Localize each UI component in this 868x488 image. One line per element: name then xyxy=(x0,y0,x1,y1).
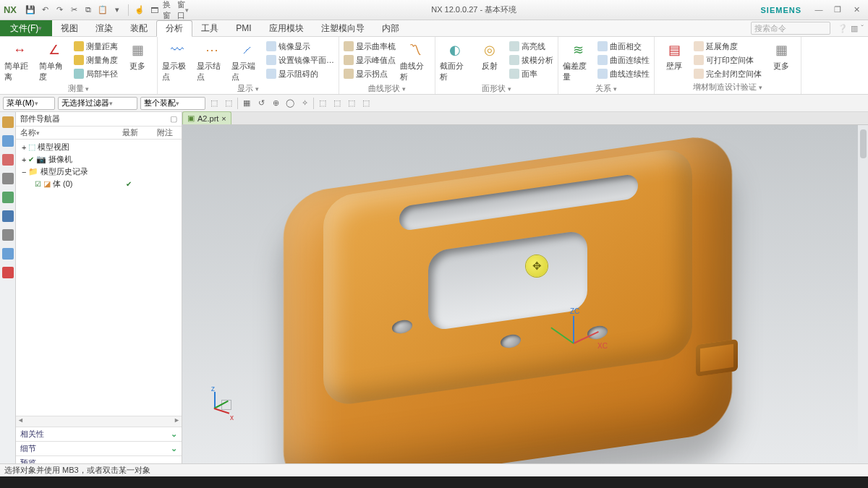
history-icon[interactable] xyxy=(2,229,14,241)
minimize-icon[interactable]: — xyxy=(810,5,827,14)
face-curvature-button[interactable]: 面率 xyxy=(509,67,553,80)
am-more-button[interactable]: ▦更多 xyxy=(766,38,796,81)
wall-thickness-button[interactable]: ▤壁厚 xyxy=(659,38,689,81)
navigator-tree[interactable]: +⬚模型视图 +✔📷摄像机 −📁模型历史记录 ☑◪体 (0)✔ xyxy=(16,140,182,416)
sel-tool-1[interactable]: ⬚ xyxy=(208,98,220,109)
cut-icon[interactable]: ✂ xyxy=(68,4,80,16)
tab-mold-wizard[interactable]: 注塑模向导 xyxy=(312,20,373,36)
sel-tool-7[interactable]: ✧ xyxy=(299,98,310,109)
qat-more-icon[interactable]: ▾ xyxy=(111,4,123,16)
reflection-button[interactable]: ◎反射 xyxy=(475,38,505,82)
group-label-curve-shape[interactable]: 曲线形状 xyxy=(344,82,430,95)
window-menu-button[interactable]: 窗口 xyxy=(177,4,189,16)
acc-details[interactable]: 细节⌄ xyxy=(16,441,182,455)
selection-scope-combo[interactable]: 整个装配 xyxy=(140,97,205,110)
measure-more-button[interactable]: ▦更多 xyxy=(122,38,153,82)
tab-pmi[interactable]: PMI xyxy=(227,20,260,36)
show-poles-button[interactable]: 〰显示极点 xyxy=(162,38,192,82)
document-tab[interactable]: ▣ A2.prt × xyxy=(182,111,231,124)
process-icon[interactable] xyxy=(2,248,14,260)
viewport-canvas[interactable]: ✥ ZC XC z x xyxy=(182,125,868,470)
ribbon-min-icon[interactable]: ˇ xyxy=(861,24,864,33)
overhang-angle-button[interactable]: 延展角度 xyxy=(694,40,762,53)
curve-analysis-button[interactable]: 〽曲线分析 xyxy=(400,38,430,82)
tutorial-icon[interactable]: ❔ xyxy=(838,24,848,33)
save-icon[interactable]: 💾 xyxy=(25,4,36,16)
sel-tool-2[interactable]: ⬚ xyxy=(223,98,234,109)
model-part[interactable]: ✥ ZC XC xyxy=(284,161,732,465)
copy-icon[interactable]: ⧉ xyxy=(82,4,94,16)
touch-icon[interactable]: ☝ xyxy=(134,4,145,16)
printable-volume-button[interactable]: 可打印空间体 xyxy=(694,53,762,67)
undo-icon[interactable]: ↶ xyxy=(39,4,51,16)
show-curvature-comb-button[interactable]: 显示曲率梳 xyxy=(344,40,396,53)
group-label-am-validate[interactable]: 增材制造设计验证 xyxy=(659,81,796,94)
tree-row-model-views[interactable]: +⬚模型视图 xyxy=(16,141,182,153)
show-endpoints-button[interactable]: ⟋显示端点 xyxy=(231,38,262,82)
tab-internal[interactable]: 内部 xyxy=(373,20,408,36)
tab-analysis[interactable]: 分析 xyxy=(156,20,192,37)
tree-row-history[interactable]: −📁模型历史记录 xyxy=(16,166,182,178)
roles-icon[interactable] xyxy=(2,267,14,278)
command-search[interactable]: 搜索命令 xyxy=(751,22,830,35)
scroll-thumb[interactable] xyxy=(860,129,867,158)
show-peak-points-button[interactable]: 显示峰值点 xyxy=(344,53,396,67)
web-browser-icon[interactable] xyxy=(2,210,14,222)
enclosed-volume-button[interactable]: 完全封闭空间体 xyxy=(694,67,762,80)
show-inflection-button[interactable]: 显示拐点 xyxy=(344,67,396,80)
show-obstructed-button[interactable]: 显示阻碍的 xyxy=(266,67,334,80)
group-label-face-shape[interactable]: 面形状 xyxy=(440,82,553,95)
surface-continuity-button[interactable]: 曲面连续性 xyxy=(597,53,650,67)
restore-icon[interactable]: ❐ xyxy=(829,5,846,14)
sel-tool-5[interactable]: ⊕ xyxy=(270,98,281,109)
show-knots-button[interactable]: ⋯显示结点 xyxy=(197,38,227,82)
tab-assembly[interactable]: 装配 xyxy=(122,20,156,36)
pin-icon[interactable]: ▢ xyxy=(170,114,177,124)
paste-icon[interactable]: 📋 xyxy=(97,4,109,16)
section-analysis-button[interactable]: ◐截面分析 xyxy=(440,38,470,82)
col-name[interactable]: 名称 xyxy=(16,127,118,139)
sel-tool-10[interactable]: ⬚ xyxy=(346,98,357,109)
acc-dependency[interactable]: 相关性⌄ xyxy=(16,427,182,441)
selection-filter-combo[interactable]: 无选择过滤器 xyxy=(58,97,137,110)
tab-tools[interactable]: 工具 xyxy=(192,20,227,36)
sel-tool-11[interactable]: ⬚ xyxy=(360,98,372,109)
sel-tool-3[interactable]: ▦ xyxy=(241,98,252,109)
part-navigator-icon[interactable] xyxy=(2,116,14,128)
reuse-library-icon[interactable] xyxy=(2,173,14,184)
hd3d-icon[interactable] xyxy=(2,192,14,203)
mirror-display-button[interactable]: 镜像显示 xyxy=(266,40,334,53)
sel-tool-9[interactable]: ⬚ xyxy=(331,98,343,109)
viewport-vscroll[interactable] xyxy=(858,125,868,470)
local-radius-button[interactable]: 局部半径 xyxy=(74,67,118,80)
redo-icon[interactable]: ↷ xyxy=(54,4,65,16)
assembly-navigator-icon[interactable] xyxy=(2,135,14,147)
group-label-display[interactable]: 显示 xyxy=(162,82,334,95)
set-mirror-plane-button[interactable]: 设置镜像平面… xyxy=(266,53,334,67)
col-latest[interactable]: 最新 xyxy=(118,127,153,139)
draft-analysis-button[interactable]: 拔模分析 xyxy=(509,53,553,67)
tree-row-cameras[interactable]: +✔📷摄像机 xyxy=(16,153,182,166)
tab-view[interactable]: 视图 xyxy=(52,20,87,36)
deviation-gauge-button[interactable]: ≋偏差度量 xyxy=(563,38,593,82)
tab-app-module[interactable]: 应用模块 xyxy=(260,20,312,36)
help-icon[interactable]: ▥ xyxy=(851,24,858,33)
curve-continuity-button[interactable]: 曲线连续性 xyxy=(597,67,650,80)
close-icon[interactable]: ✕ xyxy=(848,5,865,14)
simple-angle-button[interactable]: ∠简单角度 xyxy=(39,38,69,82)
sel-tool-8[interactable]: ⬚ xyxy=(317,98,328,109)
switch-window-icon[interactable]: 🗖 xyxy=(148,4,160,16)
group-label-relation[interactable]: 关系 xyxy=(563,82,650,95)
constraint-navigator-icon[interactable] xyxy=(2,154,14,166)
tree-row-body[interactable]: ☑◪体 (0)✔ xyxy=(16,178,182,190)
measure-angle-button[interactable]: 测量角度 xyxy=(74,53,118,67)
file-menu[interactable]: 文件(F) xyxy=(0,20,52,36)
highlight-lines-button[interactable]: 高亮线 xyxy=(509,40,553,53)
simple-distance-button[interactable]: ↔简单距离 xyxy=(4,38,35,82)
group-label-measure[interactable]: 测量 xyxy=(4,82,153,95)
surface-intersect-button[interactable]: 曲面相交 xyxy=(597,40,650,53)
menu-dropdown[interactable]: 菜单(M) xyxy=(3,97,55,110)
measure-distance-button[interactable]: 测量距离 xyxy=(74,40,118,53)
tab-render[interactable]: 渲染 xyxy=(87,20,122,36)
graphics-viewport[interactable]: ▣ A2.prt × ✥ ZC XC xyxy=(182,112,868,470)
